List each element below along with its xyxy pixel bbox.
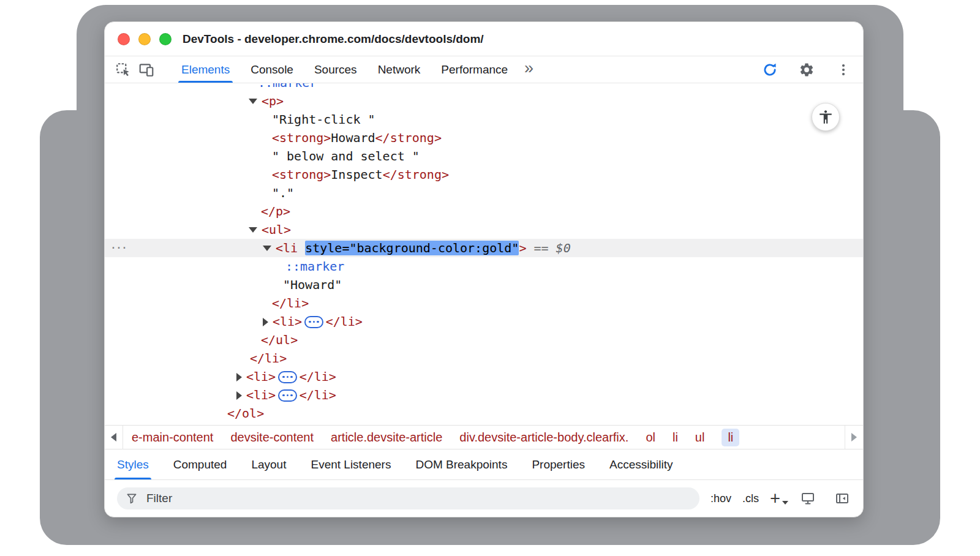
window-title: DevTools - developer.chrome.com/docs/dev…	[183, 32, 484, 46]
code-segment-tag: </p>	[261, 204, 290, 219]
expand-children-badge[interactable]	[278, 389, 297, 402]
new-style-rule-button[interactable]: +	[770, 490, 788, 506]
dom-node-line[interactable]: ::marker	[105, 257, 863, 276]
tab-accessibility[interactable]: Accessibility	[609, 449, 673, 479]
tab-sources[interactable]: Sources	[304, 56, 368, 83]
tab-computed[interactable]: Computed	[173, 449, 227, 479]
dom-node-line[interactable]: ::marker	[105, 83, 863, 92]
dom-node-line[interactable]: <li></li>	[105, 386, 863, 404]
expand-children-badge[interactable]	[304, 316, 323, 328]
breadcrumb-item[interactable]: ul	[695, 430, 705, 445]
tab-elements[interactable]: Elements	[171, 56, 240, 83]
code-segment-tag: <li>	[246, 369, 276, 384]
dom-node-line[interactable]: <p>	[105, 92, 863, 110]
inspect-element-icon[interactable]	[115, 61, 132, 78]
code-segment-pseudo: ::marker	[285, 259, 344, 274]
titlebar: DevTools - developer.chrome.com/docs/dev…	[105, 22, 863, 56]
toggle-element-state-button[interactable]: :hov	[710, 492, 731, 505]
dom-node-line[interactable]: </ol>	[105, 404, 863, 423]
code-segment-tag: <li	[276, 241, 305, 255]
code-segment-plain: "Howard"	[283, 277, 342, 292]
code-segment-tag: </strong>	[375, 130, 442, 145]
accessibility-button[interactable]	[812, 103, 840, 131]
dom-node-line[interactable]: "Howard"	[105, 276, 863, 294]
sync-icon[interactable]	[761, 61, 778, 78]
traffic-lights	[118, 33, 172, 45]
dom-node-line[interactable]: <strong>Howard</strong>	[105, 129, 863, 147]
breadcrumb-item[interactable]: ol	[646, 430, 655, 445]
dom-node-line[interactable]: <ul>	[105, 220, 863, 239]
sidebar-pane-tabs: StylesComputedLayoutEvent ListenersDOM B…	[105, 449, 863, 480]
settings-gear-icon[interactable]	[798, 61, 815, 78]
maximize-button[interactable]	[159, 33, 172, 45]
expand-arrow-icon[interactable]	[249, 99, 257, 104]
code-segment-tag: </ol>	[227, 406, 264, 421]
code-segment-tag: </li>	[326, 314, 363, 329]
code-segment-tag: </li>	[272, 296, 309, 310]
tab-performance[interactable]: Performance	[431, 56, 518, 83]
code-segment-dollar: $0	[556, 241, 571, 255]
code-segment-tag: </li>	[300, 369, 336, 384]
dom-node-line[interactable]: </p>	[105, 202, 863, 220]
breadcrumb-item[interactable]: div.devsite-article-body.clearfix.	[459, 430, 628, 445]
panel-tabs: ElementsConsoleSourcesNetworkPerformance	[171, 56, 518, 83]
dom-node-line[interactable]: "Right-click "	[105, 110, 863, 129]
tab-event-listeners[interactable]: Event Listeners	[311, 449, 391, 479]
dom-node-line[interactable]: " below and select "	[105, 147, 863, 165]
tab-styles[interactable]: Styles	[117, 449, 149, 479]
tab-properties[interactable]: Properties	[532, 449, 585, 479]
styles-filter-bar: :hov .cls +	[105, 480, 863, 517]
dom-node-line[interactable]: </li>	[105, 349, 863, 367]
tab-network[interactable]: Network	[368, 56, 431, 83]
dom-node-line[interactable]: ···<li style="background-color:gold"> ==…	[105, 239, 863, 257]
collapse-arrow-icon[interactable]	[236, 373, 242, 381]
breadcrumb-item[interactable]: e-main-content	[132, 430, 213, 445]
dom-node-line[interactable]: <li></li>	[105, 312, 863, 331]
code-segment-tag: </li>	[300, 388, 336, 402]
code-segment-tag: <strong>	[272, 167, 331, 182]
minimize-button[interactable]	[138, 33, 151, 45]
code-segment-tag: >	[519, 241, 526, 255]
code-segment-tag: <li>	[246, 388, 276, 402]
breadcrumb-item[interactable]: article.devsite-article	[331, 430, 442, 445]
dom-node-line[interactable]: <strong>Inspect</strong>	[105, 165, 863, 184]
breadcrumb-item[interactable]: devsite-content	[230, 430, 314, 445]
stage: DevTools - developer.chrome.com/docs/dev…	[0, 0, 980, 556]
dom-node-line[interactable]: "."	[105, 184, 863, 202]
tab-console[interactable]: Console	[240, 56, 304, 83]
crumbs-scroll-left-icon[interactable]	[105, 426, 123, 449]
expand-arrow-icon[interactable]	[263, 246, 271, 251]
more-tabs-chevron-icon[interactable]: »	[524, 60, 533, 77]
collapse-arrow-icon[interactable]	[263, 318, 268, 326]
device-toolbar-icon[interactable]	[138, 61, 155, 78]
tab-layout[interactable]: Layout	[251, 449, 286, 479]
code-segment-plain: "."	[272, 186, 294, 200]
expand-arrow-icon[interactable]	[249, 227, 257, 233]
breadcrumb-item[interactable]: li	[673, 430, 678, 445]
dom-node-line[interactable]: </li>	[105, 294, 863, 312]
devtools-toolbar: ElementsConsoleSourcesNetworkPerformance…	[105, 56, 863, 83]
dom-node-line[interactable]: </ul>	[105, 331, 863, 349]
element-classes-button[interactable]: .cls	[742, 492, 759, 505]
collapse-arrow-icon[interactable]	[236, 391, 242, 400]
styles-filter-input[interactable]	[145, 491, 691, 506]
breadcrumb-item[interactable]: li	[722, 429, 739, 446]
filter-funnel-icon	[126, 492, 138, 505]
toolbar-right-icons	[761, 61, 863, 78]
kebab-menu-icon[interactable]	[835, 61, 852, 78]
close-button[interactable]	[118, 33, 130, 45]
code-segment-plain: "Right-click "	[272, 112, 375, 127]
node-actions-dots-icon[interactable]: ···	[111, 238, 127, 256]
code-segment-tag: </li>	[250, 351, 287, 366]
crumbs-scroll-right-icon[interactable]	[845, 426, 863, 449]
tab-dom-breakpoints[interactable]: DOM Breakpoints	[415, 449, 507, 479]
plus-caret-icon	[782, 501, 788, 505]
toggle-sidebar-icon[interactable]	[834, 490, 851, 507]
expand-children-badge[interactable]	[278, 371, 297, 383]
rendering-icon[interactable]	[799, 490, 816, 507]
code-segment-plain: " below and select "	[272, 149, 420, 163]
plus-label: +	[770, 490, 780, 506]
code-segment-tag: <strong>	[272, 130, 331, 145]
dom-node-line[interactable]: <li></li>	[105, 367, 863, 386]
code-segment-tag: <ul>	[262, 222, 291, 237]
